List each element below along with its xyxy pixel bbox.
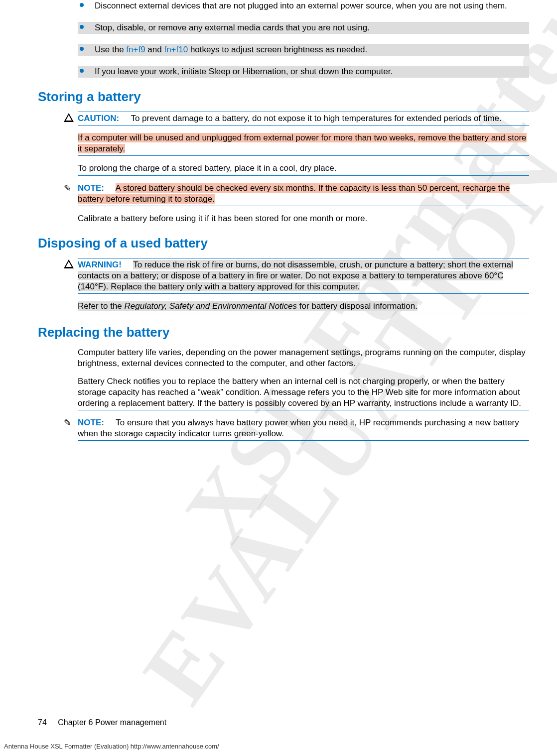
caution-icon xyxy=(64,113,75,123)
warning-admonition: WARNING! To reduce the risk of fire or b… xyxy=(78,258,529,294)
list-text: hotkeys to adjust screen brightness as n… xyxy=(188,45,367,54)
section-heading-disposing: Disposing of a used battery xyxy=(38,235,529,252)
note-icon: ✎ xyxy=(64,418,75,428)
warning-label: WARNING! xyxy=(78,260,122,269)
list-item: Stop, disable, or remove any external me… xyxy=(78,22,529,34)
bullet-list: Disconnect external devices that are not… xyxy=(78,0,529,78)
paragraph: Calibrate a battery before using it if i… xyxy=(78,213,529,224)
note-admonition: ✎ NOTE: A stored battery should be check… xyxy=(78,183,529,206)
caution-label: CAUTION: xyxy=(78,114,119,123)
section-heading-replacing: Replacing the battery xyxy=(38,324,529,341)
list-item: Disconnect external devices that are not… xyxy=(78,0,529,12)
list-text: Stop, disable, or remove any external me… xyxy=(95,23,370,32)
note-text: To ensure that you always have battery p… xyxy=(78,418,519,438)
warning-text: To reduce the risk of fire or burns, do … xyxy=(78,260,513,291)
list-item: Use the fn+f9 and fn+f10 hotkeys to adju… xyxy=(78,44,529,56)
hotkey-link: fn+f9 xyxy=(126,45,145,54)
doc-title-ref: Regulatory, Safety and Environmental Not… xyxy=(125,301,297,311)
note-icon: ✎ xyxy=(64,184,75,194)
list-item: If you leave your work, initiate Sleep o… xyxy=(78,66,529,78)
caution-admonition: CAUTION: To prevent damage to a battery,… xyxy=(78,112,529,126)
evaluation-footer: Antenna House XSL Formatter (Evaluation)… xyxy=(4,743,219,751)
page-footer: 74 Chapter 6 Power management xyxy=(38,718,166,728)
highlighted-text: If a computer will be unused and unplugg… xyxy=(78,133,527,153)
chapter-label: Chapter 6 Power management xyxy=(58,718,166,727)
paragraph: Battery Check notifies you to replace th… xyxy=(78,376,529,410)
note-text: A stored battery should be checked every… xyxy=(78,183,510,204)
list-text: Disconnect external devices that are not… xyxy=(95,1,507,10)
paragraph-text: Refer to the Regulatory, Safety and Envi… xyxy=(78,301,418,311)
hotkey-link: fn+f10 xyxy=(164,45,188,54)
note-label: NOTE: xyxy=(78,183,104,193)
list-text: Use the xyxy=(95,45,126,54)
list-text: and xyxy=(145,45,164,54)
list-text: If you leave your work, initiate Sleep o… xyxy=(95,67,393,76)
page-number: 74 xyxy=(38,718,47,727)
paragraph: Refer to the Regulatory, Safety and Envi… xyxy=(78,301,529,313)
section-heading-storing: Storing a battery xyxy=(38,89,529,106)
note-label: NOTE: xyxy=(78,418,104,427)
warning-icon xyxy=(64,259,75,269)
paragraph: If a computer will be unused and unplugg… xyxy=(78,132,529,156)
caution-text: To prevent damage to a battery, do not e… xyxy=(131,114,501,123)
paragraph: Computer battery life varies, depending … xyxy=(78,347,529,369)
paragraph: To prolong the charge of a stored batter… xyxy=(78,163,529,175)
note-admonition: ✎ NOTE: To ensure that you always have b… xyxy=(78,417,529,441)
